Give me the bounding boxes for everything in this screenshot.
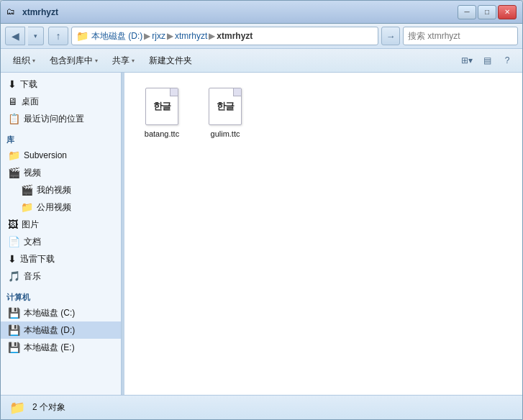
include-library-button[interactable]: 包含到库中 ▾ (43, 51, 104, 70)
back-button[interactable]: ◀ (5, 27, 25, 45)
sidebar-item-public-video[interactable]: 📁 公用视频 (1, 198, 121, 216)
share-button[interactable]: 共享 ▾ (106, 51, 141, 70)
breadcrumb-sep-2: ▶ (167, 31, 173, 41)
documents-icon: 📄 (8, 236, 20, 247)
file-icon-batang: 한글 (141, 86, 183, 127)
file-content-gulim: 한글 (217, 100, 234, 113)
file-name-batang: batang.ttc (145, 129, 179, 138)
drive-d-icon: 💾 (8, 324, 20, 336)
file-icon-gulim: 한글 (204, 86, 246, 127)
drive-c-icon: 💾 (8, 307, 20, 319)
recent-icon: 📋 (8, 113, 20, 124)
refresh-button[interactable]: → (381, 27, 400, 45)
sidebar-libraries: 库 📁 Subversion 🎬 视频 🎬 我的视频 📁 公用视频 (1, 130, 121, 285)
help-button[interactable]: ? (498, 51, 517, 70)
new-folder-button[interactable]: 新建文件夹 (142, 51, 199, 70)
sidebar-item-thunder[interactable]: ⬇ 迅雷下载 (1, 250, 121, 268)
sidebar-item-subversion[interactable]: 📁 Subversion (1, 147, 121, 164)
sidebar-item-video[interactable]: 🎬 视频 (1, 164, 121, 181)
sidebar-computer: 计算机 💾 本地磁盘 (C:) 💾 本地磁盘 (D:) 💾 本地磁盘 (E:) (1, 288, 121, 356)
sidebar-item-my-video[interactable]: 🎬 我的视频 (1, 181, 121, 198)
sidebar-item-drive-c[interactable]: 💾 本地磁盘 (C:) (1, 304, 121, 321)
sidebar: ⬇ 下载 🖥 桌面 📋 最近访问的位置 库 📁 Subversion (1, 73, 122, 395)
maximize-button[interactable]: □ (478, 5, 496, 19)
my-video-icon: 🎬 (21, 184, 33, 196)
file-item-batang[interactable]: 한글 batang.ttc (133, 81, 191, 142)
breadcrumb-current: xtmrhyzt (217, 31, 253, 41)
title-buttons: ─ □ ✕ (458, 5, 517, 19)
music-icon: 🎵 (8, 270, 20, 282)
title-bar-left: 🗂 xtmrhyzt (6, 6, 58, 18)
breadcrumb-part-3[interactable]: xtmrhyzt (175, 31, 207, 41)
close-button[interactable]: ✕ (498, 5, 517, 19)
up-button[interactable]: ↑ (48, 27, 68, 45)
title-bar: 🗂 xtmrhyzt ─ □ ✕ (1, 1, 522, 24)
download-icon: ⬇ (8, 78, 17, 90)
window: 🗂 xtmrhyzt ─ □ ✕ ◀ ▾ ↑ 📁 本地磁盘 (D:) ▶ rjx… (0, 0, 523, 420)
address-bar-row: ◀ ▾ ↑ 📁 本地磁盘 (D:) ▶ rjxz ▶ xtmrhyzt ▶ xt… (1, 24, 522, 49)
sidebar-item-desktop[interactable]: 🖥 桌面 (1, 93, 121, 110)
file-item-gulim[interactable]: 한글 gulim.ttc (196, 81, 254, 142)
address-folder-icon: 📁 (76, 30, 88, 42)
file-page-gulim: 한글 (209, 88, 242, 125)
breadcrumb-part-1[interactable]: 本地磁盘 (D:) (91, 30, 142, 42)
pictures-icon: 🖼 (8, 219, 18, 230)
search-box[interactable]: 🔍 (403, 27, 518, 45)
main-area: ⬇ 下载 🖥 桌面 📋 最近访问的位置 库 📁 Subversion (1, 73, 522, 395)
sidebar-item-music[interactable]: 🎵 音乐 (1, 268, 121, 285)
search-input[interactable] (404, 31, 518, 41)
breadcrumb-sep-1: ▶ (144, 31, 150, 41)
breadcrumb-sep-3: ▶ (209, 31, 215, 41)
file-page-batang: 한글 (145, 88, 178, 125)
libraries-header: 库 (1, 130, 121, 147)
breadcrumb-part-2[interactable]: rjxz (152, 31, 165, 41)
sidebar-favorites: ⬇ 下载 🖥 桌面 📋 最近访问的位置 (1, 76, 121, 127)
toolbar-right: ⊞▾ ▤ ? (458, 51, 517, 70)
status-bar: 📁 2 个对象 (1, 395, 522, 419)
sidebar-item-documents[interactable]: 📄 文档 (1, 233, 121, 250)
file-name-gulim: gulim.ttc (211, 129, 240, 138)
window-title: xtmrhyzt (22, 7, 58, 17)
minimize-button[interactable]: ─ (458, 5, 476, 19)
window-icon: 🗂 (6, 6, 18, 18)
file-content-batang: 한글 (153, 100, 170, 113)
public-video-icon: 📁 (21, 201, 33, 213)
content-area: 한글 batang.ttc 한글 gulim.ttc (124, 73, 522, 395)
computer-header: 计算机 (1, 288, 121, 304)
forward-dropdown[interactable]: ▾ (28, 27, 44, 45)
status-count: 2 个对象 (32, 401, 65, 414)
sidebar-item-drive-d[interactable]: 💾 本地磁盘 (D:) (1, 321, 121, 339)
preview-pane-button[interactable]: ▤ (478, 51, 496, 70)
view-options-button[interactable]: ⊞▾ (458, 51, 476, 70)
sidebar-item-recent[interactable]: 📋 最近访问的位置 (1, 110, 121, 127)
status-folder-icon: 📁 (9, 400, 25, 416)
address-bar[interactable]: 📁 本地磁盘 (D:) ▶ rjxz ▶ xtmrhyzt ▶ xtmrhyzt (71, 27, 378, 45)
subversion-icon: 📁 (8, 150, 20, 161)
toolbar: 组织 ▾ 包含到库中 ▾ 共享 ▾ 新建文件夹 ⊞▾ ▤ ? (1, 49, 522, 73)
organize-button[interactable]: 组织 ▾ (6, 51, 42, 70)
thunder-icon: ⬇ (8, 253, 17, 265)
sidebar-item-download[interactable]: ⬇ 下载 (1, 76, 121, 93)
drive-e-icon: 💾 (8, 342, 20, 353)
video-icon: 🎬 (8, 167, 20, 178)
desktop-icon: 🖥 (8, 96, 18, 107)
sidebar-item-pictures[interactable]: 🖼 图片 (1, 216, 121, 233)
sidebar-item-drive-e[interactable]: 💾 本地磁盘 (E:) (1, 339, 121, 356)
breadcrumb: 本地磁盘 (D:) ▶ rjxz ▶ xtmrhyzt ▶ xtmrhyzt (91, 30, 253, 42)
